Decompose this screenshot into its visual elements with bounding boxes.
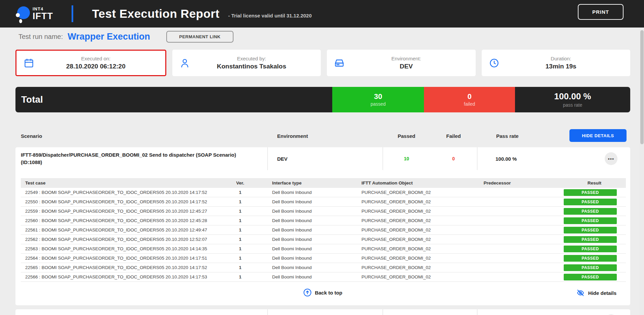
card-label: Executed on: (34, 56, 158, 61)
column-passed: Passed (383, 133, 430, 139)
result-badge: PASSED (564, 189, 617, 196)
test-case-name: 22566 : BOOMI SOAP_PURCHASEORDER_TO_IDOC… (21, 274, 222, 279)
card-value: 13min 19s (499, 63, 623, 70)
test-case-row: 22562 : BOOMI SOAP_PURCHASEORDER_TO_IDOC… (21, 235, 626, 244)
test-case-automation-object: PURCHASE_ORDER_BOOMI_02 (356, 218, 464, 223)
hide-details-link[interactable]: Hide details (576, 288, 616, 297)
column-pass-rate: Pass rate (477, 133, 544, 139)
test-run-label: Test run name: (18, 33, 63, 41)
scenario-list-header: Scenario Environment Passed Failed Pass … (15, 128, 630, 143)
test-case-name: 22559 : BOOMI SOAP_PURCHASEORDER_TO_IDOC… (21, 209, 222, 214)
int4-iftt-logo: INT4 IFTT (14, 4, 53, 23)
test-case-name: 22560 : BOOMI SOAP_PURCHASEORDER_TO_IDOC… (21, 218, 222, 223)
test-case-row: 22565 : BOOMI SOAP_PURCHASEORDER_TO_IDOC… (21, 263, 626, 272)
pass-rate-value: 100.00 % (554, 92, 591, 101)
clock-icon (489, 58, 499, 68)
test-case-automation-object: PURCHASE_ORDER_BOOMI_02 (356, 209, 464, 214)
column-divider (477, 309, 477, 315)
column-scenario: Scenario (15, 133, 268, 139)
scenario-title: IFTT-859/Dispatcher/PURCHASE_ORDER_BOOMI… (15, 147, 268, 170)
brand-bottom: IFTT (33, 12, 53, 21)
test-case-automation-object: PURCHASE_ORDER_BOOMI_02 (356, 237, 464, 242)
test-case-interface-type: Dell Boomi Inbound (259, 218, 356, 223)
scenario-failed: 0 (430, 156, 477, 161)
calendar-icon (24, 58, 34, 68)
back-to-top-label: Back to top (315, 290, 342, 296)
eye-off-icon (576, 288, 585, 297)
test-case-table-header: Test case Ver. Interface type IFTT Autom… (21, 178, 626, 188)
test-case-table: Test case Ver. Interface type IFTT Autom… (21, 178, 626, 282)
license-note: - Trial license valid until 31.12.2020 (228, 13, 311, 18)
result-badge: PASSED (564, 274, 617, 280)
result-badge: PASSED (564, 264, 617, 271)
scenario-row: IFTT-859/DirectCall/PURCHASE_ORDER_BOOMI… (15, 309, 630, 315)
test-case-automation-object: PURCHASE_ORDER_BOOMI_02 (356, 265, 464, 270)
column-predecessor: Predecessor (464, 180, 531, 186)
back-to-top-link[interactable]: Back to top (303, 288, 342, 297)
test-case-name: 22563 : BOOMI SOAP_PURCHASEORDER_TO_IDOC… (21, 246, 222, 251)
test-case-version: 1 (222, 265, 259, 270)
test-case-automation-object: PURCHASE_ORDER_BOOMI_02 (356, 199, 464, 204)
total-label: Total (15, 94, 43, 105)
test-case-version: 1 (222, 199, 259, 204)
info-cards-row: Executed on: 28.10.2020 06:12:20 Execute… (15, 50, 630, 76)
executed-on-card: Executed on: 28.10.2020 06:12:20 (15, 50, 166, 76)
test-case-version: 1 (222, 256, 259, 261)
scenario-environment: DEV (268, 147, 383, 170)
app-header: INT4 IFTT Test Execution Report - Trial … (0, 0, 644, 28)
scenario-title: IFTT-859/DirectCall/PURCHASE_ORDER_BOOMI… (15, 309, 268, 315)
test-case-version: 1 (222, 274, 259, 279)
test-case-version: 1 (222, 237, 259, 242)
test-case-interface-type: Dell Boomi Inbound (259, 274, 356, 279)
scenario-passed: 10 (383, 156, 430, 161)
failed-label: failed (464, 101, 475, 107)
test-case-name: 22565 : BOOMI SOAP_PURCHASEORDER_TO_IDOC… (21, 265, 222, 270)
column-ver: Ver. (222, 180, 259, 186)
card-value: DEV (344, 63, 468, 70)
card-value: Konstantinos Tsakalos (190, 63, 314, 70)
permanent-link-button[interactable]: PERMANENT LINK (166, 31, 233, 43)
test-case-interface-type: Dell Boomi Inbound (259, 237, 356, 242)
test-case-row: 22559 : BOOMI SOAP_PURCHASEORDER_TO_IDOC… (21, 207, 626, 216)
result-badge: PASSED (564, 227, 617, 233)
card-label: Executed by: (190, 56, 314, 61)
scenario-environment: DEV (268, 309, 383, 315)
test-case-row: 22550 : BOOMI SOAP_PURCHASEORDER_TO_IDOC… (21, 197, 626, 207)
hide-details-label: Hide details (588, 290, 616, 296)
result-badge: PASSED (564, 255, 617, 262)
test-case-row: 22560 : BOOMI SOAP_PURCHASEORDER_TO_IDOC… (21, 216, 626, 225)
scenario-menu-button[interactable]: ••• (605, 152, 617, 165)
test-case-name: 22550 : BOOMI SOAP_PURCHASEORDER_TO_IDOC… (21, 199, 222, 204)
test-case-interface-type: Dell Boomi Inbound (259, 227, 356, 232)
test-case-automation-object: PURCHASE_ORDER_BOOMI_02 (356, 246, 464, 251)
test-case-version: 1 (222, 246, 259, 251)
test-case-version: 1 (222, 227, 259, 232)
scrollbar-thumb[interactable] (640, 30, 644, 144)
hide-details-button[interactable]: HIDE DETAILS (569, 129, 627, 142)
duration-card: Duration: 13min 19s (482, 50, 631, 76)
column-result: Result (531, 180, 626, 186)
brand-top: INT4 (33, 7, 53, 11)
test-case-rows: 22549 : BOOMI SOAP_PURCHASEORDER_TO_IDOC… (21, 188, 626, 282)
test-case-interface-type: Dell Boomi Inbound (259, 190, 356, 195)
test-case-name: 22561 : BOOMI SOAP_PURCHASEORDER_TO_IDOC… (21, 227, 222, 232)
test-case-row: 22561 : BOOMI SOAP_PURCHASEORDER_TO_IDOC… (21, 225, 626, 235)
total-passed-segment: 30 passed (332, 87, 424, 112)
scenario-pass-rate: 100.00 % (477, 156, 545, 162)
test-case-row: 22563 : BOOMI SOAP_PURCHASEORDER_TO_IDOC… (21, 244, 626, 254)
environment-card: Environment: DEV (327, 50, 476, 76)
passed-count: 30 (374, 93, 382, 101)
card-label: Environment: (344, 56, 468, 61)
test-case-name: 22549 : BOOMI SOAP_PURCHASEORDER_TO_IDOC… (21, 190, 222, 195)
pass-rate-label: pass rate (563, 102, 583, 108)
test-case-interface-type: Dell Boomi Inbound (259, 256, 356, 261)
scrollbar[interactable] (640, 28, 644, 315)
test-case-name: 22564 : BOOMI SOAP_PURCHASEORDER_TO_IDOC… (21, 256, 222, 261)
result-badge: PASSED (564, 246, 617, 252)
print-button[interactable]: PRINT (578, 4, 624, 20)
failed-count: 0 (467, 93, 471, 101)
server-icon (334, 58, 344, 68)
executed-by-card: Executed by: Konstantinos Tsakalos (172, 50, 321, 76)
test-case-automation-object: PURCHASE_ORDER_BOOMI_02 (356, 256, 464, 261)
arrow-up-circle-icon (303, 288, 311, 297)
